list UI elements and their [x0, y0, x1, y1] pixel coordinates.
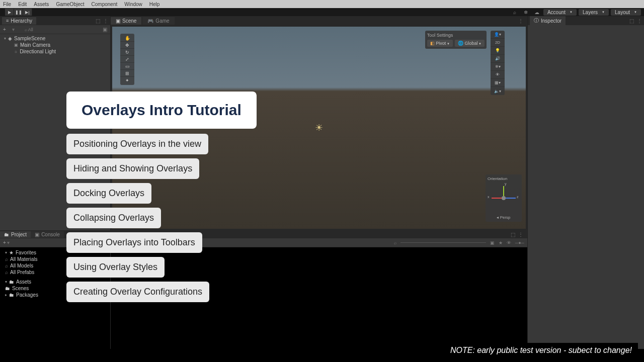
scale-tool-icon[interactable]: ⤢ [120, 56, 134, 63]
favorite-icon[interactable]: ★ [499, 240, 503, 245]
game-tab-label: Game [155, 18, 169, 24]
grid-icon[interactable]: ▦▾ [491, 79, 505, 87]
play-button[interactable]: ▶ [5, 9, 14, 16]
transform-tool-icon[interactable]: ⊞ [120, 70, 134, 77]
visibility-icon[interactable]: 👁 [491, 71, 505, 79]
hierarchy-scene-name: SampleScene [14, 36, 45, 41]
console-tab-label: Console [41, 232, 60, 237]
scene-view-options-overlay[interactable]: 👤▾ 2D 💡 🔊 ❄▾ 👁 ▦▾ 🔈▾ [491, 31, 505, 95]
inspector-tab-label: Inspector [541, 18, 561, 24]
custom-tool-icon[interactable]: ✦ [120, 77, 134, 84]
orientation-label: Orientation [488, 176, 520, 181]
tutorial-topic-card: Collapsing Overlays [66, 208, 161, 228]
inspector-panel: ⓘ Inspector ⬚ ⋮ [527, 16, 644, 230]
snowflake-icon[interactable]: ❄ [521, 9, 530, 16]
light-icon: ☼ [14, 49, 18, 54]
search-icon[interactable]: ⌕ [394, 240, 396, 245]
options-icon[interactable]: ⋮ [518, 18, 523, 24]
tutorial-topic-card: Placing Overlays into Toolbars [66, 232, 202, 253]
orientation-gizmo[interactable]: y x z [489, 183, 519, 213]
options-icon[interactable]: ⋮ [103, 18, 108, 24]
hierarchy-item-label: Main Camera [20, 42, 50, 48]
tutorial-topic-card: Creating Overlay Configurations [66, 282, 209, 302]
hierarchy-scene-row[interactable]: ▾ ◈ SampleScene [0, 35, 110, 42]
menu-bar: File Edit Assets GameObject Component Wi… [0, 0, 644, 8]
pause-button[interactable]: ❚❚ [14, 9, 23, 16]
layout-dropdown[interactable]: Layout [611, 9, 641, 16]
scene-tab-label: Scene [122, 18, 136, 24]
camera-icon: ▣ [14, 43, 18, 47]
pivot-dropdown[interactable]: ◧ Pivot [427, 40, 453, 47]
orientation-overlay[interactable]: Orientation y x z ◂ Persp [486, 174, 522, 222]
main-toolbar: ▶ ❚❚ ▶| ⌕ ❄ ☁ Account Layers Layout [0, 8, 644, 16]
sun-gizmo-icon[interactable]: ☀ [315, 122, 323, 133]
hidden-icon[interactable]: 👁 [507, 240, 511, 245]
scene-tab[interactable]: ▣ Scene [111, 17, 141, 25]
folder-icon: 🖿 [5, 286, 10, 291]
scene-icon: ◈ [8, 36, 12, 41]
game-tab[interactable]: 🎮 Game [142, 17, 174, 25]
console-icon: ▣ [35, 232, 39, 237]
inspector-tab[interactable]: ⓘ Inspector [530, 16, 566, 25]
lock-icon[interactable]: ⬚ [96, 18, 100, 24]
folder-icon: 🖿 [9, 279, 14, 285]
menu-gameobject[interactable]: GameObject [56, 2, 84, 7]
tutorial-overlay: Overlays Intro Tutorial Positioning Over… [66, 92, 257, 306]
folder-icon: 🖿 [4, 232, 9, 237]
2d-toggle[interactable]: 2D [491, 39, 505, 47]
tutorial-title-card: Overlays Intro Tutorial [66, 92, 257, 129]
hierarchy-tab[interactable]: ≡ Hierarchy [2, 17, 36, 25]
menu-component[interactable]: Component [92, 2, 118, 7]
hand-tool-icon[interactable]: ✋ [120, 35, 134, 42]
fx-icon[interactable]: ❄▾ [491, 63, 505, 71]
layers-dropdown[interactable]: Layers [579, 9, 609, 16]
hierarchy-add-button[interactable]: + [3, 27, 6, 32]
filter-icon[interactable]: ▣ [103, 27, 107, 32]
scene-icon: ▣ [116, 18, 120, 24]
assets-label: Assets [16, 279, 31, 285]
tool-settings-label: Tool Settings [427, 33, 485, 38]
hierarchy-item[interactable]: ☼ Directional Light [0, 48, 110, 55]
camera-icon[interactable]: 👤▾ [491, 31, 505, 39]
cloud-icon[interactable]: ☁ [532, 9, 541, 16]
step-button[interactable]: ▶| [23, 9, 32, 16]
project-tab[interactable]: 🖿 Project [0, 231, 31, 238]
scene-tools-overlay[interactable]: ✋ ✥ ↻ ⤢ ▭ ⊞ ✦ [120, 34, 134, 85]
tutorial-topic-card: Positioning Overlays in the view [66, 134, 208, 154]
collapse-icon: ▾ [4, 36, 6, 41]
hierarchy-icon: ≡ [6, 18, 9, 23]
rect-tool-icon[interactable]: ▭ [120, 63, 134, 70]
move-tool-icon[interactable]: ✥ [120, 42, 134, 49]
hierarchy-item[interactable]: ▣ Main Camera [0, 42, 110, 48]
audio-icon[interactable]: 🔊 [491, 55, 505, 63]
slider-icon[interactable]: ─●─ [515, 240, 524, 245]
favorites-label: Favorites [16, 250, 36, 255]
lock-icon[interactable]: ⬚ [629, 18, 634, 24]
hierarchy-tab-label: Hierarchy [11, 18, 32, 24]
perspective-toggle[interactable]: ◂ Persp [488, 215, 520, 220]
account-dropdown[interactable]: Account [543, 9, 577, 16]
menu-file[interactable]: File [3, 2, 11, 7]
menu-assets[interactable]: Assets [34, 2, 49, 7]
menu-window[interactable]: Window [124, 2, 142, 7]
tool-settings-overlay[interactable]: Tool Settings ◧ Pivot 🌐 Global [425, 31, 487, 49]
volume-icon[interactable]: 🔈▾ [491, 87, 505, 95]
lock-icon[interactable]: ⬚ [511, 232, 515, 237]
hierarchy-search-label: All [28, 27, 33, 32]
tutorial-topic-card: Hiding and Showing Overlays [66, 158, 199, 179]
lighting-icon[interactable]: 💡 [491, 47, 505, 55]
filter-icon[interactable]: ▣ [490, 240, 495, 245]
options-icon[interactable]: ⋮ [637, 18, 642, 24]
game-icon: 🎮 [147, 18, 153, 24]
options-icon[interactable]: ⋮ [518, 232, 523, 237]
menu-edit[interactable]: Edit [18, 2, 27, 7]
search-icon[interactable]: ⌕ [510, 9, 519, 16]
inspector-lower-blank [527, 230, 644, 349]
menu-help[interactable]: Help [149, 2, 160, 7]
console-tab[interactable]: ▣ Console [31, 231, 64, 238]
rotate-tool-icon[interactable]: ↻ [120, 49, 134, 56]
tutorial-topic-card: Using Overlay Styles [66, 257, 165, 278]
hierarchy-item-label: Directional Light [20, 49, 56, 54]
global-dropdown[interactable]: 🌐 Global [455, 40, 485, 47]
project-add-button[interactable]: + [3, 240, 6, 245]
